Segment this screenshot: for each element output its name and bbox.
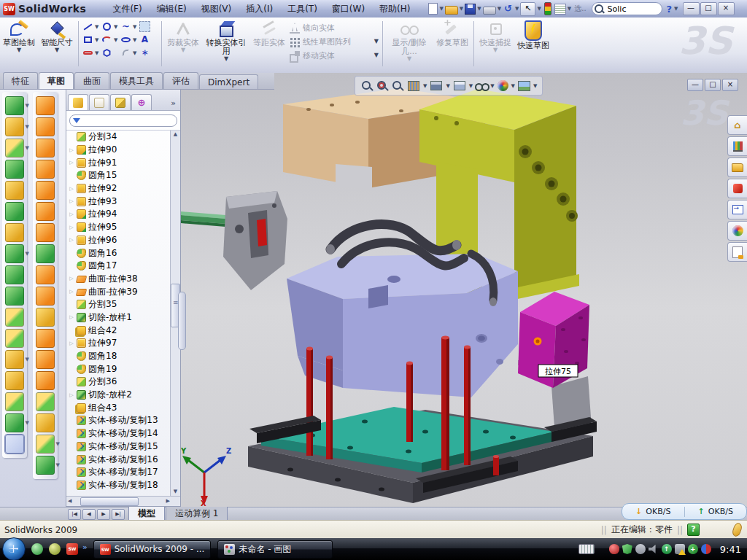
knit-surface-icon[interactable]	[36, 287, 55, 306]
swept-boss-icon[interactable]	[5, 160, 24, 179]
panel-tab-configurationmanager[interactable]	[110, 94, 131, 110]
expander-icon[interactable]: ▷	[69, 160, 74, 166]
minimize-button[interactable]: —	[683, 2, 700, 15]
toolbar-button-repair[interactable]: 修复草图	[434, 20, 471, 71]
tray-sync-icon[interactable]	[701, 544, 711, 554]
apply-scene-caret-icon[interactable]: ▼	[533, 83, 537, 89]
toolbar-overflow[interactable]: 选..	[574, 4, 586, 14]
offset-surface-icon[interactable]	[36, 244, 55, 263]
tree-item[interactable]: ▷拉伸97	[66, 337, 171, 350]
custom-properties-button[interactable]	[727, 242, 747, 262]
input-method-icon[interactable]	[578, 544, 595, 554]
start-button[interactable]	[2, 537, 26, 560]
scroll-right-icon[interactable]: ▶	[166, 497, 170, 505]
slot-icon[interactable]	[82, 47, 93, 58]
tree-horizontal-scrollbar[interactable]: ◀ ▶	[66, 496, 180, 506]
menu-edit[interactable]: 编辑(E)	[150, 1, 194, 18]
tree-item[interactable]: ▷切除-放样1	[66, 311, 171, 324]
expander-icon[interactable]: ▷	[69, 237, 74, 243]
new-icon[interactable]	[428, 3, 438, 15]
hole-wizard-icon[interactable]	[5, 223, 24, 242]
lofted-surface-icon[interactable]	[36, 160, 55, 179]
tray-defender-icon[interactable]: +	[688, 544, 698, 554]
menu-insert[interactable]: 插入(I)	[239, 1, 280, 18]
scroll-down-icon[interactable]: ▼	[174, 488, 177, 496]
fillet-icon[interactable]: ▼	[5, 139, 24, 158]
tree-item[interactable]: 实体-移动/复制16	[66, 453, 171, 466]
panel-tab-propertymanager[interactable]	[89, 94, 109, 110]
expander-icon[interactable]: ▷	[69, 225, 74, 230]
tree-item[interactable]: ▷拉伸95	[66, 221, 171, 234]
view-orientation-caret-icon[interactable]: ▼	[446, 83, 449, 89]
surface-flatten-icon[interactable]: ▼	[36, 435, 55, 454]
rectangle-icon[interactable]	[82, 34, 93, 45]
combine-bodies-icon[interactable]	[5, 265, 24, 284]
toolbar-button-rapid-sketch[interactable]: 快速草图	[515, 20, 551, 71]
toolbar-button-smart-dimension[interactable]: 智能尺寸▼	[39, 20, 75, 71]
menu-window[interactable]: 窗口(W)	[325, 1, 372, 18]
rectangle-caret-icon[interactable]: ▼	[95, 37, 100, 43]
trim-surface-icon[interactable]	[36, 350, 55, 369]
zoom-fit-icon[interactable]	[360, 79, 374, 93]
save-caret-icon[interactable]: ▼	[477, 6, 481, 12]
scroll-left-icon[interactable]: ◀	[68, 497, 71, 505]
line-caret-icon[interactable]: ▼	[95, 24, 100, 30]
circle-caret-icon[interactable]: ▼	[114, 24, 119, 30]
expander-icon[interactable]: ▷	[69, 186, 74, 192]
insert-part-icon[interactable]	[5, 371, 24, 390]
help-caret-icon[interactable]: ▼	[674, 6, 678, 12]
select-icon[interactable]: ↖	[520, 2, 535, 16]
open-caret-icon[interactable]: ▼	[460, 6, 463, 12]
swept-surface-icon[interactable]	[36, 139, 55, 158]
save-icon[interactable]	[465, 4, 476, 15]
tree-item[interactable]: 分割35	[66, 298, 171, 311]
hide-show-items-icon[interactable]	[475, 79, 488, 93]
sketch-caret-icon[interactable]: ▼	[17, 47, 21, 54]
toolbar-button-mirror[interactable]: 镜向实体	[290, 22, 379, 34]
text-icon[interactable]: A	[139, 34, 150, 45]
restore-button[interactable]: □	[700, 2, 717, 15]
quicklaunch-messenger-icon[interactable]	[31, 543, 43, 555]
curve-icon[interactable]: ▼	[5, 413, 24, 432]
print-icon[interactable]	[483, 7, 496, 15]
tab-特征[interactable]: 特征	[3, 72, 38, 89]
parting-surface-icon[interactable]: ▼	[36, 456, 55, 475]
search-input[interactable]	[606, 4, 653, 15]
replace-face-icon[interactable]	[36, 413, 55, 432]
display-style-caret-icon[interactable]: ▼	[469, 83, 473, 89]
tree-item[interactable]: 圆角16	[66, 246, 171, 260]
search-box[interactable]	[592, 2, 662, 15]
point-icon[interactable]: ∗	[139, 47, 150, 58]
tree-item[interactable]: ▷拉伸90	[66, 144, 171, 157]
tree-item[interactable]: 实体-移动/复制14	[66, 427, 171, 440]
undo-caret-icon[interactable]: ▼	[515, 6, 519, 12]
thicken-icon[interactable]	[36, 308, 55, 327]
toolbar-button-trim[interactable]: 剪裁实体▼	[165, 20, 201, 71]
rebuild-lights-icon[interactable]	[544, 2, 551, 15]
tree-item[interactable]: 组合42	[66, 324, 171, 337]
quicklaunch-solidworks-icon[interactable]: SW	[66, 543, 78, 555]
tree-item[interactable]: 实体-移动/复制17	[66, 466, 171, 479]
tray-antivirus-icon[interactable]	[609, 544, 619, 554]
expander-icon[interactable]: ▷	[69, 147, 74, 153]
circle-icon[interactable]	[101, 21, 112, 32]
graphics-area[interactable]: 拉伸75 Y Z X ▼▼▼▼▼▼ —□× ⌂	[181, 73, 747, 507]
tray-upload-icon[interactable]: ↑	[662, 544, 672, 554]
task-list-caret-icon[interactable]: ▼	[568, 6, 571, 12]
toolbar-button-move-entities[interactable]: 移动实体▼	[290, 50, 379, 61]
toolbox-button[interactable]	[727, 179, 747, 198]
display-style-icon[interactable]	[454, 81, 465, 90]
file-explorer-button[interactable]	[727, 158, 747, 177]
tab-nav-prev[interactable]: ◀	[82, 509, 96, 520]
boundary-surface-icon[interactable]	[36, 181, 55, 200]
tree-item[interactable]: ▷拉伸92	[66, 182, 171, 195]
section-view-icon[interactable]	[408, 81, 419, 91]
convert-caret-icon[interactable]: ▼	[224, 56, 228, 63]
expander-icon[interactable]: ▷	[69, 314, 74, 320]
tree-item[interactable]: ▷拉伸91	[66, 156, 171, 169]
exploded-mold-assembly[interactable]: 拉伸75 Y Z X	[181, 73, 747, 507]
split-body-icon[interactable]	[5, 308, 24, 327]
hide-show-items-caret-icon[interactable]: ▼	[490, 83, 494, 89]
tab-nav-last[interactable]: ▶|	[112, 509, 125, 520]
open-icon[interactable]	[445, 6, 458, 15]
